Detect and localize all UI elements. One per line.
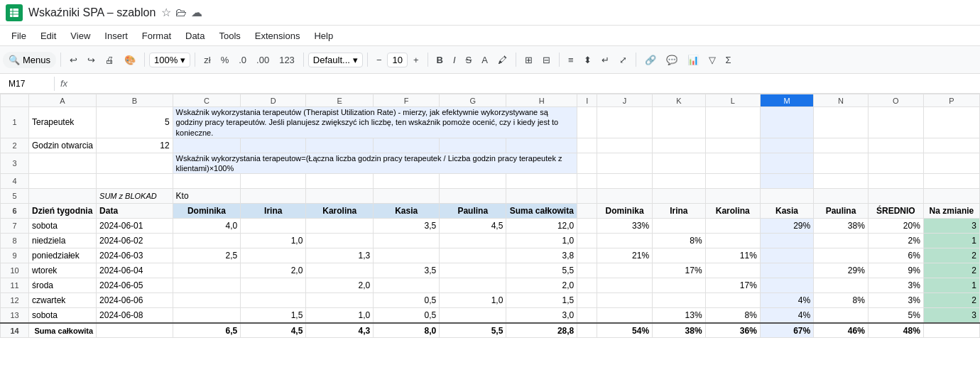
cell-k6[interactable]: Irina xyxy=(653,204,706,219)
folder-icon[interactable]: 🗁 xyxy=(175,6,187,19)
cell-n14[interactable]: 46% xyxy=(814,323,869,338)
insert-chart-button[interactable]: 📊 xyxy=(683,52,703,68)
cell-k13[interactable]: 13% xyxy=(653,308,706,323)
cell-e14[interactable]: 4,3 xyxy=(306,323,374,338)
paint-format-button[interactable]: 🎨 xyxy=(120,52,140,68)
cell-k10[interactable]: 17% xyxy=(653,263,706,278)
cell-a14[interactable]: Suma całkowita xyxy=(29,323,97,338)
cell-a9[interactable]: poniedziałek xyxy=(29,248,97,263)
cell-c9[interactable]: 2,5 xyxy=(173,248,241,263)
cell-f13[interactable]: 0,5 xyxy=(374,308,440,323)
cell-d8[interactable]: 1,0 xyxy=(241,234,306,248)
cell-h11[interactable]: 2,0 xyxy=(506,278,577,293)
percent-button[interactable]: % xyxy=(217,52,234,68)
font-size-increase[interactable]: + xyxy=(409,52,423,68)
col-header-j[interactable]: J xyxy=(597,94,653,107)
cell-p9[interactable]: 2 xyxy=(923,248,979,263)
cell-c3-merged[interactable]: Wskaźnik wykorzystania terapeutow=(Łączn… xyxy=(173,153,577,174)
col-header-n[interactable]: N xyxy=(814,94,869,107)
font-color-button[interactable]: A xyxy=(477,52,492,68)
font-size-box[interactable]: 10 xyxy=(387,53,407,67)
cell-d14[interactable]: 4,5 xyxy=(241,323,306,338)
col-header-b[interactable]: B xyxy=(97,94,173,107)
cell-c6[interactable]: Dominika xyxy=(173,204,241,219)
font-dropdown[interactable]: Default... ▾ xyxy=(308,53,363,67)
cell-c14[interactable]: 6,5 xyxy=(173,323,241,338)
insert-comment-button[interactable]: 💬 xyxy=(662,52,682,68)
cell-f10[interactable]: 3,5 xyxy=(374,263,440,278)
highlight-button[interactable]: 🖍 xyxy=(494,52,511,68)
cell-c5[interactable]: Kto xyxy=(173,189,241,204)
cell-o9[interactable]: 6% xyxy=(868,248,923,263)
cell-p7[interactable]: 3 xyxy=(923,219,979,234)
cell-n7[interactable]: 38% xyxy=(814,219,869,234)
cell-b7[interactable]: 2024-06-01 xyxy=(97,219,173,234)
cell-b11[interactable]: 2024-06-05 xyxy=(97,278,173,293)
menu-tools[interactable]: Tools xyxy=(213,29,246,43)
menus-button[interactable]: 🔍 Menus xyxy=(3,52,56,68)
cell-a11[interactable]: środa xyxy=(29,278,97,293)
zoom-dropdown[interactable]: 100% ▾ xyxy=(149,53,190,67)
cell-g12[interactable]: 1,0 xyxy=(440,293,506,308)
cell-h9[interactable]: 3,8 xyxy=(506,248,577,263)
cell-b5[interactable]: SUM z BLOKAD xyxy=(97,189,173,204)
cell-a7[interactable]: sobota xyxy=(29,219,97,234)
cell-a8[interactable]: niedziela xyxy=(29,234,97,248)
cell-h8[interactable]: 1,0 xyxy=(506,234,577,248)
bold-button[interactable]: B xyxy=(432,52,447,68)
cell-k8[interactable]: 8% xyxy=(653,234,706,248)
cell-f14[interactable]: 8,0 xyxy=(374,323,440,338)
star-icon[interactable]: ☆ xyxy=(161,6,171,19)
cell-h10[interactable]: 5,5 xyxy=(506,263,577,278)
col-header-h[interactable]: H xyxy=(506,94,577,107)
cell-b12[interactable]: 2024-06-06 xyxy=(97,293,173,308)
cell-o10[interactable]: 9% xyxy=(868,263,923,278)
cell-l14[interactable]: 36% xyxy=(705,323,760,338)
cell-j14[interactable]: 54% xyxy=(597,323,653,338)
menu-extensions[interactable]: Extensions xyxy=(249,29,306,43)
align-button[interactable]: ≡ xyxy=(564,52,578,68)
cell-c1-merged[interactable]: Wskaźnik wykorzystania terapeutów (Thera… xyxy=(173,107,577,138)
menu-data[interactable]: Data xyxy=(180,29,210,43)
cell-h6[interactable]: Suma całkowita xyxy=(506,204,577,219)
col-header-i[interactable]: I xyxy=(577,94,597,107)
cell-o6[interactable]: ŚREDNIO xyxy=(868,204,923,219)
strikethrough-button[interactable]: S xyxy=(462,52,477,68)
cell-d6[interactable]: Irina xyxy=(241,204,306,219)
cell-m6[interactable]: Kasia xyxy=(760,204,813,219)
cell-b10[interactable]: 2024-06-04 xyxy=(97,263,173,278)
cell-e11[interactable]: 2,0 xyxy=(306,278,374,293)
menu-edit[interactable]: Edit xyxy=(35,29,62,43)
col-header-c[interactable]: C xyxy=(173,94,241,107)
cell-j6[interactable]: Dominika xyxy=(597,204,653,219)
cell-a2[interactable]: Godzin otwarcia xyxy=(29,138,97,153)
link-button[interactable]: 🔗 xyxy=(641,52,660,68)
menu-help[interactable]: Help xyxy=(308,29,339,43)
cell-h13[interactable]: 3,0 xyxy=(506,308,577,323)
cell-h7[interactable]: 12,0 xyxy=(506,219,577,234)
col-header-d[interactable]: D xyxy=(241,94,306,107)
cell-p10[interactable]: 2 xyxy=(923,263,979,278)
col-header-p[interactable]: P xyxy=(923,94,979,107)
cell-o7[interactable]: 20% xyxy=(868,219,923,234)
col-header-g[interactable]: G xyxy=(440,94,506,107)
col-header-m[interactable]: M xyxy=(760,94,813,107)
cell-g7[interactable]: 4,5 xyxy=(440,219,506,234)
cell-n12[interactable]: 8% xyxy=(814,293,869,308)
cell-a12[interactable]: czwartek xyxy=(29,293,97,308)
print-button[interactable]: 🖨 xyxy=(101,52,119,68)
cell-l11[interactable]: 17% xyxy=(705,278,760,293)
cell-p11[interactable]: 1 xyxy=(923,278,979,293)
wrap-button[interactable]: ↵ xyxy=(597,52,614,68)
cell-o8[interactable]: 2% xyxy=(868,234,923,248)
decimal-more-button[interactable]: .00 xyxy=(252,52,273,68)
cell-reference[interactable] xyxy=(6,77,48,90)
redo-button[interactable]: ↪ xyxy=(83,52,99,68)
cell-m14[interactable]: 67% xyxy=(760,323,813,338)
col-header-a[interactable]: A xyxy=(29,94,97,107)
cell-b6[interactable]: Data xyxy=(97,204,173,219)
sheet-container[interactable]: A B C D E F G H I J K L M N O P 1 xyxy=(0,94,980,372)
cell-m12[interactable]: 4% xyxy=(760,293,813,308)
menu-insert[interactable]: Insert xyxy=(99,29,134,43)
cell-h14[interactable]: 28,8 xyxy=(506,323,577,338)
